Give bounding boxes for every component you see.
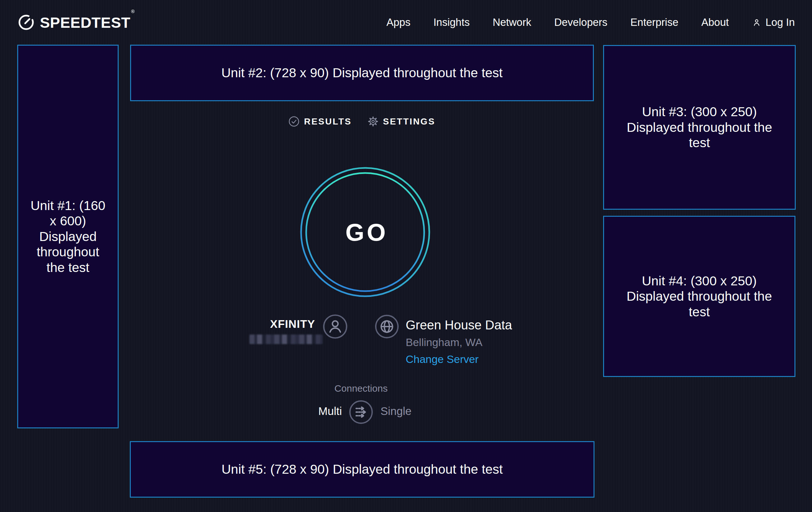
provider-ip-redacted: [250, 334, 323, 344]
speedometer-logo-icon: [18, 14, 35, 31]
server-location: Bellingham, WA: [406, 336, 483, 349]
server-name: Green House Data: [406, 318, 512, 332]
login-button[interactable]: Log In: [752, 16, 795, 28]
ad-unit-2[interactable]: Unit #2: (728 x 90) Displayed throughout…: [130, 45, 594, 101]
change-server-link[interactable]: Change Server: [406, 353, 479, 366]
nav-network[interactable]: Network: [493, 16, 531, 28]
tab-results-label: RESULTS: [304, 116, 352, 127]
ad-unit-4[interactable]: Unit #4: (300 x 250) Displayed throughou…: [603, 216, 795, 377]
nav-developers[interactable]: Developers: [554, 16, 608, 28]
nav-enterprise[interactable]: Enterprise: [631, 16, 678, 28]
gear-icon: [367, 115, 379, 127]
ad-unit-1[interactable]: Unit #1: (160 x 600) Displayed throughou…: [17, 45, 119, 428]
connections-single-option[interactable]: Single: [380, 405, 411, 417]
tab-settings[interactable]: SETTINGS: [367, 115, 435, 127]
nav-insights[interactable]: Insights: [433, 16, 470, 28]
ad-unit-5-text: Unit #5: (728 x 90) Displayed throughout…: [221, 462, 503, 477]
go-button-label: GO: [297, 163, 434, 301]
person-icon: [752, 18, 762, 27]
login-label: Log In: [765, 16, 795, 28]
view-tabs: RESULTS SETTINGS: [288, 115, 435, 127]
connections-multi-option[interactable]: Multi: [318, 405, 342, 417]
trademark-symbol: ®: [131, 9, 135, 14]
tab-results[interactable]: RESULTS: [288, 115, 352, 127]
ad-unit-5[interactable]: Unit #5: (728 x 90) Displayed throughout…: [130, 441, 594, 497]
ad-unit-1-text: Unit #1: (160 x 600) Displayed throughou…: [28, 198, 108, 275]
connections-toggle-icon[interactable]: [349, 400, 373, 424]
ad-unit-3-text: Unit #3: (300 x 250) Displayed throughou…: [620, 104, 779, 150]
globe-icon[interactable]: [375, 315, 399, 339]
speedtest-logo[interactable]: SPEEDTEST®: [18, 0, 135, 45]
user-icon[interactable]: [323, 314, 348, 339]
ad-unit-2-text: Unit #2: (728 x 90) Displayed throughout…: [221, 65, 503, 80]
connections-label: Connections: [335, 383, 388, 394]
top-nav: Apps Insights Network Developers Enterpr…: [386, 0, 795, 45]
ad-unit-3[interactable]: Unit #3: (300 x 250) Displayed throughou…: [603, 45, 796, 210]
logo-wordmark: SPEEDTEST®: [40, 14, 135, 31]
provider-name: XFINITY: [270, 318, 315, 330]
nav-about[interactable]: About: [701, 16, 729, 28]
tab-settings-label: SETTINGS: [383, 116, 435, 127]
go-button[interactable]: GO: [297, 163, 434, 301]
check-circle-icon: [288, 115, 300, 127]
ad-unit-4-text: Unit #4: (300 x 250) Displayed throughou…: [620, 273, 779, 320]
nav-apps[interactable]: Apps: [386, 16, 410, 28]
